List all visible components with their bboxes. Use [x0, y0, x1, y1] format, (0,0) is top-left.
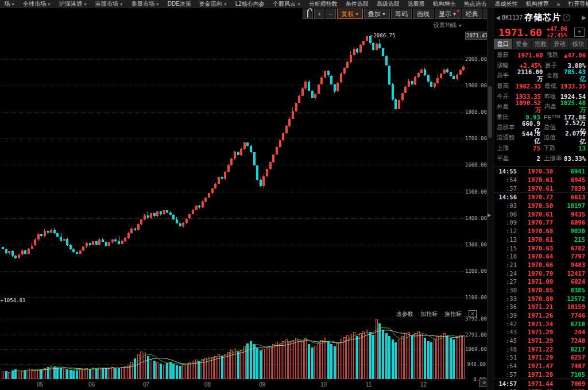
volume-axis-tick: 2791.00	[465, 332, 486, 338]
tick-row[interactable]: :541970.616945	[494, 176, 588, 184]
x-axis-month-label: 09	[259, 381, 265, 388]
candle	[452, 76, 455, 79]
candle	[430, 82, 432, 87]
tick-row[interactable]: :431971.29244	[494, 328, 588, 337]
tick-row[interactable]: :451971.297248	[494, 337, 588, 345]
candle	[121, 241, 123, 244]
quote-panel-header: ◀ BK1137 存储芯片 i ▶	[494, 9, 588, 25]
tab-板块[interactable]: 板块	[569, 39, 588, 49]
candle	[108, 242, 110, 246]
candle	[446, 69, 448, 72]
tab-盘口[interactable]: 盘口	[494, 39, 513, 49]
candle	[411, 81, 413, 84]
price-gridline	[0, 86, 465, 86]
stat-row: 流通股544.8亿流值2.07万亿	[494, 133, 588, 143]
tick-row[interactable]: :571970.617839	[494, 184, 588, 192]
prev-stock-arrow[interactable]: ◀	[494, 14, 502, 21]
candle	[392, 84, 394, 99]
candle	[76, 252, 78, 254]
candle	[188, 214, 191, 219]
candle	[240, 149, 242, 155]
candle	[404, 87, 407, 93]
tick-row[interactable]: :331970.8012572	[494, 294, 588, 303]
menu-item-机构推荐[interactable]: 机构推荐	[522, 0, 553, 8]
tick-row[interactable]: :541971.477407	[494, 362, 588, 370]
tick-row[interactable]: :571971.287105	[494, 370, 588, 379]
candle	[56, 233, 59, 237]
tick-row[interactable]: :391971.267746	[494, 311, 588, 320]
price-gridline	[0, 271, 465, 272]
tab-指数[interactable]: 指数	[532, 39, 551, 49]
tick-list[interactable]: 14:551970.386941:541970.616945:571970.61…	[494, 167, 588, 390]
candle	[237, 152, 239, 155]
candle	[195, 206, 198, 210]
candle	[11, 251, 14, 256]
tick-row[interactable]: :121970.689030	[494, 227, 588, 235]
tick-row[interactable]: :031970.5010197	[494, 202, 588, 210]
candle	[318, 84, 320, 94]
candle	[234, 152, 236, 159]
collapse-arrow-icon[interactable]: ▶	[488, 213, 491, 218]
candle	[262, 176, 265, 187]
tick-row[interactable]: :211970.669483	[494, 261, 588, 269]
candle	[266, 169, 268, 176]
quote-tabs: 盘口资金指数异动板块	[494, 38, 588, 49]
candle	[420, 69, 423, 74]
tick-row[interactable]: :361971.2110159	[494, 303, 588, 311]
tick-row[interactable]: :151970.636782	[494, 244, 588, 252]
price-axis-tick: 1500.00	[465, 189, 486, 195]
menu-item-打开导航[interactable]: 打开导航	[564, 0, 588, 8]
add-button[interactable]: +	[574, 28, 585, 37]
stat-row: 最高1982.33最低1933.35	[494, 81, 588, 91]
tick-row[interactable]: :241970.7912417	[494, 269, 588, 277]
candle	[105, 242, 107, 246]
tab-资金[interactable]: 资金	[513, 39, 532, 49]
tick-row[interactable]: :061970.619435	[494, 210, 588, 218]
tick-row[interactable]: :031971.624053	[494, 388, 588, 390]
candle	[388, 66, 390, 84]
tick-row[interactable]: :271971.006024	[494, 277, 588, 286]
add-indicator-button[interactable]: 加指标	[420, 310, 438, 318]
candle	[269, 162, 272, 169]
candle	[343, 68, 346, 74]
menu-item-高成长性[interactable]: 高成长性	[491, 0, 522, 8]
tick-row[interactable]: :301970.858385	[494, 286, 588, 295]
tick-row[interactable]: 14:551970.386941	[494, 167, 588, 176]
candle	[320, 78, 323, 84]
price-axis-tick: 1700.00	[465, 136, 486, 141]
divider-scrollbar-thumb[interactable]	[488, 86, 492, 138]
volume-pane-header: 改参数 加指标 换指标 ×	[396, 310, 477, 318]
tick-row[interactable]: :091970.776896	[494, 218, 588, 227]
candle	[86, 243, 88, 246]
tick-row[interactable]: :511971.296257	[494, 353, 588, 362]
next-stock-arrow[interactable]: ▶	[580, 14, 588, 21]
candle	[37, 234, 40, 240]
menu-item-»[interactable]: »	[553, 1, 564, 7]
stock-app-window: 场▼全球市场▼沪深港通▼港股市场▼美股市场▼DDE决策资金流向▼L2核心内参个股…	[0, 0, 588, 390]
candle	[2, 247, 4, 249]
candle	[169, 213, 172, 215]
candle	[260, 180, 262, 187]
tab-异动[interactable]: 异动	[550, 39, 569, 49]
info-icon[interactable]: i	[563, 14, 570, 21]
candle	[66, 239, 68, 245]
x-axis-month-label: 05	[37, 381, 43, 388]
tick-row[interactable]: 14:571971.447009	[494, 379, 588, 388]
candlestick-chart[interactable]: 2000.001900.001800.001700.001600.001500.…	[0, 0, 494, 390]
close-icon[interactable]: ×	[469, 310, 477, 318]
stat-row: 外盘1090.52万内盘1025.48万	[494, 102, 588, 112]
tick-row[interactable]: 14:561970.726613	[494, 192, 588, 202]
price-axis-tick: 1100.00	[465, 295, 486, 300]
candle	[356, 49, 358, 53]
tick-row[interactable]: :481971.228217	[494, 345, 588, 353]
tick-row[interactable]: :131970.61215	[494, 235, 588, 244]
x-axis-month-label: 08	[204, 381, 211, 388]
volume-ma-lines	[0, 318, 465, 379]
change-param-button[interactable]: 改参数	[396, 310, 413, 318]
tick-row[interactable]: :181970.647797	[494, 252, 588, 261]
candle	[304, 82, 307, 88]
tick-row[interactable]: :421971.246718	[494, 319, 588, 328]
candle	[147, 215, 149, 218]
candle	[185, 219, 188, 223]
switch-indicator-button[interactable]: 换指标	[444, 310, 462, 318]
